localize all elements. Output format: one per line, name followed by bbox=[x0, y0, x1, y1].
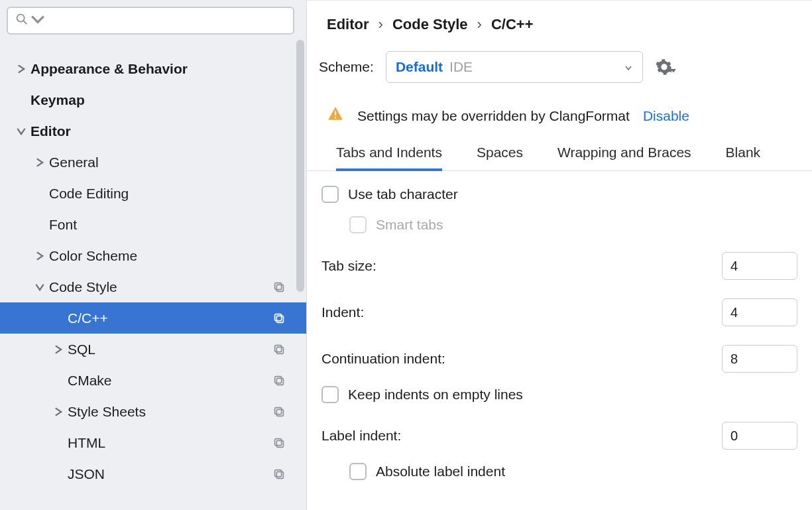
checkbox-label: Keep indents on empty lines bbox=[348, 387, 523, 403]
field-value: 0 bbox=[730, 428, 738, 444]
warning-banner: Settings may be overridden by ClangForma… bbox=[307, 83, 812, 126]
scheme-copy-icon bbox=[272, 467, 286, 481]
tree-label: C/C++ bbox=[68, 310, 272, 326]
sidebar-scrollbar[interactable] bbox=[294, 40, 306, 510]
breadcrumb-item[interactable]: Editor bbox=[327, 16, 369, 33]
smart-tabs-checkbox bbox=[349, 216, 367, 233]
svg-rect-11 bbox=[275, 407, 282, 414]
tree-item-code-style[interactable]: Code Style bbox=[0, 271, 306, 302]
svg-line-1 bbox=[24, 21, 27, 24]
tree-label: General bbox=[49, 155, 286, 170]
search-container bbox=[0, 0, 306, 40]
tree-item-editor[interactable]: Editor bbox=[0, 115, 306, 147]
tree-item-ccpp[interactable]: C/C++ bbox=[0, 302, 306, 334]
scheme-row: Scheme: Default IDE bbox=[307, 38, 812, 83]
checkbox-label: Smart tabs bbox=[376, 217, 443, 233]
search-caret-icon bbox=[30, 12, 45, 30]
scheme-actions-button[interactable] bbox=[655, 56, 676, 78]
scheme-select[interactable]: Default IDE bbox=[386, 51, 643, 83]
tab-wrapping[interactable]: Wrapping and Braces bbox=[557, 145, 691, 170]
use-tab-checkbox[interactable] bbox=[321, 186, 339, 203]
chevron-right-icon bbox=[12, 64, 30, 74]
settings-tree: Appearance & Behavior Keymap Editor Gene… bbox=[0, 40, 306, 510]
svg-rect-10 bbox=[276, 409, 283, 416]
tree-item-font[interactable]: Font bbox=[0, 209, 306, 240]
tree-label: Code Editing bbox=[49, 186, 286, 202]
label-indent-input[interactable]: 0 bbox=[722, 422, 797, 450]
warning-text: Settings may be overridden by ClangForma… bbox=[357, 108, 630, 124]
keep-indents-row[interactable]: Keep indents on empty lines bbox=[321, 386, 797, 403]
svg-rect-8 bbox=[276, 378, 283, 385]
breadcrumb-item[interactable]: C/C++ bbox=[491, 16, 534, 33]
tree-item-color-scheme[interactable]: Color Scheme bbox=[0, 240, 306, 271]
chevron-right-icon bbox=[49, 407, 68, 416]
tree-item-code-editing[interactable]: Code Editing bbox=[0, 178, 306, 209]
field-label: Indent: bbox=[321, 304, 722, 320]
chevron-right-icon bbox=[30, 251, 49, 261]
scheme-copy-icon bbox=[272, 373, 286, 388]
tab-tabs-indents[interactable]: Tabs and Indents bbox=[336, 145, 442, 171]
breadcrumb-separator: › bbox=[378, 16, 383, 33]
scheme-value: Default bbox=[396, 59, 443, 75]
svg-rect-3 bbox=[275, 283, 282, 289]
tree-item-json[interactable]: JSON bbox=[0, 458, 306, 489]
svg-rect-7 bbox=[275, 345, 282, 351]
scheme-copy-icon bbox=[272, 311, 286, 326]
indent-row: Indent: 4 bbox=[321, 293, 797, 326]
search-input[interactable] bbox=[7, 7, 294, 34]
smart-tabs-row: Smart tabs bbox=[321, 216, 797, 233]
use-tab-character-row[interactable]: Use tab character bbox=[321, 186, 797, 203]
field-value: 4 bbox=[730, 259, 738, 274]
tree-label: Editor bbox=[30, 123, 286, 139]
tab-size-input[interactable]: 4 bbox=[722, 252, 797, 280]
tree-item-cmake[interactable]: CMake bbox=[0, 365, 306, 396]
scheme-label: Scheme: bbox=[319, 59, 374, 75]
label-indent-row: Label indent: 0 bbox=[321, 416, 797, 450]
svg-rect-4 bbox=[276, 316, 283, 322]
tree-item-style-sheets[interactable]: Style Sheets bbox=[0, 396, 306, 427]
tree-label: Appearance & Behavior bbox=[30, 61, 286, 77]
tree-label: CMake bbox=[68, 373, 272, 389]
tree-label: Keymap bbox=[30, 92, 286, 108]
svg-rect-14 bbox=[276, 472, 283, 478]
tree-item-sql[interactable]: SQL bbox=[0, 334, 306, 365]
svg-rect-5 bbox=[275, 314, 282, 320]
chevron-down-icon bbox=[12, 127, 30, 136]
field-label: Tab size: bbox=[321, 258, 722, 274]
tab-blank[interactable]: Blank bbox=[726, 145, 761, 170]
chevron-right-icon bbox=[30, 158, 49, 167]
indent-input[interactable]: 4 bbox=[722, 298, 797, 326]
svg-point-0 bbox=[17, 14, 25, 21]
absolute-label-indent-row[interactable]: Absolute label indent bbox=[321, 463, 797, 480]
continuation-indent-input[interactable]: 8 bbox=[722, 345, 797, 373]
scheme-copy-icon bbox=[272, 280, 286, 294]
tree-label: SQL bbox=[68, 342, 272, 357]
absolute-label-checkbox[interactable] bbox=[349, 463, 367, 480]
tabs-indents-form: Use tab character Smart tabs Tab size: 4… bbox=[307, 171, 812, 480]
svg-rect-2 bbox=[276, 285, 283, 291]
tree-item-keymap[interactable]: Keymap bbox=[0, 84, 306, 115]
svg-rect-16 bbox=[335, 111, 336, 116]
tree-label: Color Scheme bbox=[49, 248, 286, 264]
tree-label: JSON bbox=[68, 466, 272, 482]
chevron-down-icon bbox=[624, 59, 633, 75]
tab-size-row: Tab size: 4 bbox=[321, 247, 797, 280]
tree-item-general[interactable]: General bbox=[0, 147, 306, 178]
keep-indents-checkbox[interactable] bbox=[321, 386, 339, 403]
checkbox-label: Absolute label indent bbox=[376, 464, 505, 479]
tree-label: Style Sheets bbox=[68, 404, 272, 420]
scheme-copy-icon bbox=[272, 405, 286, 419]
scrollbar-thumb[interactable] bbox=[296, 40, 304, 292]
svg-rect-15 bbox=[275, 470, 282, 476]
warning-disable-link[interactable]: Disable bbox=[643, 108, 689, 124]
scheme-scope: IDE bbox=[449, 59, 473, 75]
tree-item-appearance[interactable]: Appearance & Behavior bbox=[0, 53, 306, 84]
field-label: Continuation indent: bbox=[321, 351, 722, 367]
breadcrumb-item[interactable]: Code Style bbox=[392, 16, 468, 33]
tab-spaces[interactable]: Spaces bbox=[477, 145, 523, 170]
tree-item-html[interactable]: HTML bbox=[0, 427, 306, 458]
settings-sidebar: Appearance & Behavior Keymap Editor Gene… bbox=[0, 0, 307, 510]
breadcrumb: Editor › Code Style › C/C++ bbox=[307, 11, 812, 38]
scheme-copy-icon bbox=[272, 342, 286, 357]
field-value: 4 bbox=[730, 305, 738, 320]
